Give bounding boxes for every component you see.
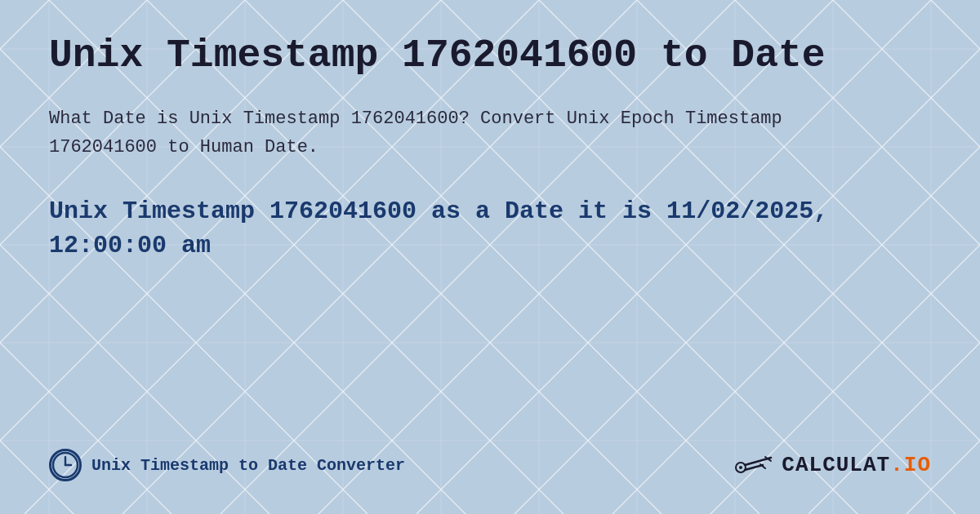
page-description: What Date is Unix Timestamp 1762041600? … (49, 104, 784, 162)
footer-left: Unix Timestamp to Date Converter (49, 449, 405, 481)
result-text: Unix Timestamp 1762041600 as a Date it i… (49, 194, 931, 263)
svg-line-15 (745, 465, 763, 470)
footer: Unix Timestamp to Date Converter CALCULA… (49, 432, 931, 481)
logo-text: CALCULAT.IO (782, 453, 931, 477)
logo-area: CALCULAT.IO (734, 451, 931, 480)
svg-point-9 (53, 453, 78, 477)
clock-icon (49, 449, 82, 481)
svg-point-13 (739, 466, 742, 469)
result-section: Unix Timestamp 1762041600 as a Date it i… (49, 194, 931, 263)
logo-icon (734, 451, 775, 480)
page-title: Unix Timestamp 1762041600 to Date (49, 33, 931, 80)
converter-label: Unix Timestamp to Date Converter (91, 456, 405, 475)
